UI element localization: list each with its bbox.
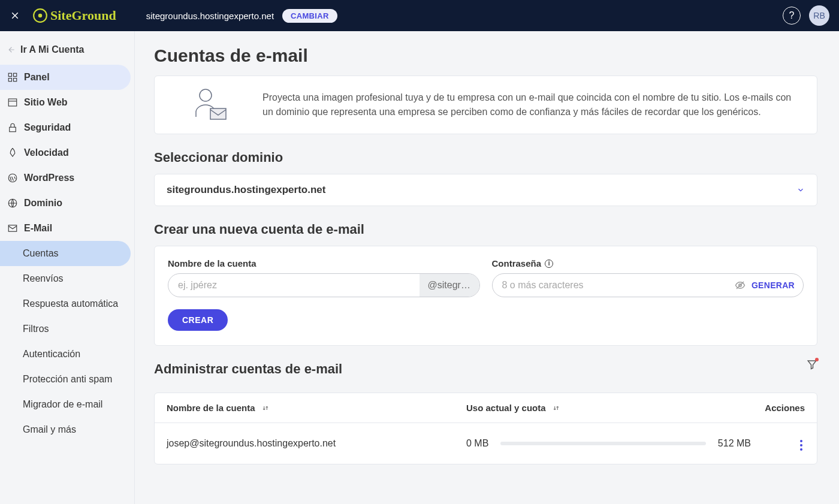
logo: SiteGround [32,8,116,23]
sidebar-item-speed[interactable]: Velocidad [0,140,131,165]
globe-icon [7,198,18,209]
logo-icon [32,8,48,23]
info-icon[interactable]: i [545,259,553,268]
svg-rect-8 [10,127,16,132]
row-actions-menu[interactable] [798,437,805,453]
mail-icon [7,223,18,234]
row-used: 0 MB [466,438,488,449]
back-label: Ir A Mi Cuenta [20,44,84,55]
svg-rect-2 [8,73,11,76]
filter-button[interactable] [807,359,817,372]
svg-rect-3 [14,73,17,76]
chevron-down-icon [796,186,805,194]
sidebar-item-label: WordPress [24,173,74,183]
col-usage: Uso actual y cuota [466,403,546,413]
sub-item-auth[interactable]: Autenticación [23,342,131,367]
create-account-heading: Crear una nueva cuenta de e-mail [154,222,817,237]
generate-password-button[interactable]: GENERAR [752,280,795,290]
user-avatar[interactable]: RB [809,5,829,26]
create-account-card: Nombre de la cuenta @sitegro... Contrase… [154,246,817,346]
svg-point-12 [200,89,212,101]
sidebar-item-panel[interactable]: Panel [0,65,131,90]
svg-rect-6 [8,99,17,106]
filter-active-dot [815,358,819,361]
sidebar-item-label: Velocidad [24,147,69,158]
arrow-left-icon [7,46,16,54]
sub-item-accounts[interactable]: Cuentas [0,241,131,266]
eye-off-icon[interactable] [735,280,746,291]
intro-card: Proyecta una imagen profesional tuya y d… [154,76,817,134]
sidebar-item-email[interactable]: E-Mail [0,216,131,241]
website-icon [7,97,18,108]
wordpress-icon [7,173,18,183]
col-actions: Acciones [751,403,805,413]
sidebar-item-label: Sitio Web [24,97,68,108]
close-icon[interactable] [10,10,20,21]
sidebar: Ir A Mi Cuenta Panel Sitio Web Seguridad… [0,31,135,504]
sidebar-item-domain[interactable]: Dominio [0,191,131,216]
svg-rect-11 [8,225,17,232]
sidebar-item-label: Dominio [24,198,62,209]
logo-text: SiteGround [50,8,116,23]
selected-domain: sitegroundus.hostingexperto.net [167,184,325,196]
sub-item-autoresponder[interactable]: Respuesta automática [23,291,131,316]
svg-point-1 [38,14,43,18]
intro-text: Proyecta una imagen profesional tuya y d… [262,90,799,119]
page-title: Cuentas de e-mail [154,46,817,66]
select-domain-heading: Seleccionar dominio [154,150,817,165]
topbar: SiteGround sitegroundus.hostingexperto.n… [0,0,839,31]
intro-illustration [173,87,245,123]
sort-icon[interactable] [261,404,270,412]
sidebar-item-label: Seguridad [24,122,71,133]
svg-rect-4 [8,79,11,82]
account-name-input[interactable] [168,274,420,297]
sub-item-migrator[interactable]: Migrador de e-mail [23,392,131,417]
row-quota: 512 MB [718,438,751,449]
sub-item-gmail[interactable]: Gmail y más [23,417,131,442]
quota-bar [500,442,706,445]
sidebar-item-website[interactable]: Sitio Web [0,90,131,115]
sidebar-item-wordpress[interactable]: WordPress [0,165,131,191]
sub-item-spam[interactable]: Protección anti spam [23,367,131,392]
create-button[interactable]: CREAR [168,309,228,331]
back-to-account[interactable]: Ir A Mi Cuenta [0,37,134,65]
sub-item-forwards[interactable]: Reenvíos [23,266,131,291]
help-button[interactable]: ? [783,7,801,25]
row-account-name: josep@sitegroundus.hostingexperto.net [167,438,466,449]
sub-item-filters[interactable]: Filtros [23,316,131,342]
manage-accounts-heading: Administrar cuentas de e-mail [154,361,342,377]
panel-icon [7,72,18,83]
sort-icon[interactable] [552,404,560,412]
domain-select[interactable]: sitegroundus.hostingexperto.net [154,174,817,206]
password-label: Contraseña [492,258,542,268]
change-domain-button[interactable]: CAMBIAR [282,9,337,23]
header-domain: sitegroundus.hostingexperto.net [146,11,274,21]
svg-marker-16 [808,361,816,369]
svg-rect-5 [14,79,17,82]
col-name: Nombre de la cuenta [167,403,255,413]
main-content: Cuentas de e-mail Proyecta una imagen pr… [135,31,839,504]
account-name-label: Nombre de la cuenta [168,258,480,268]
sidebar-item-security[interactable]: Seguridad [0,115,131,140]
sidebar-item-label: E-Mail [24,223,52,234]
svg-rect-13 [210,108,226,119]
sidebar-item-label: Panel [24,72,50,83]
rocket-icon [7,147,18,158]
lock-icon [7,122,18,133]
account-domain-suffix: @sitegro... [420,274,479,297]
table-row: josep@sitegroundus.hostingexperto.net 0 … [155,423,817,464]
table-header: Nombre de la cuenta Uso actual y cuota A… [155,393,817,423]
accounts-table: Nombre de la cuenta Uso actual y cuota A… [154,393,817,464]
password-input[interactable] [493,274,729,297]
